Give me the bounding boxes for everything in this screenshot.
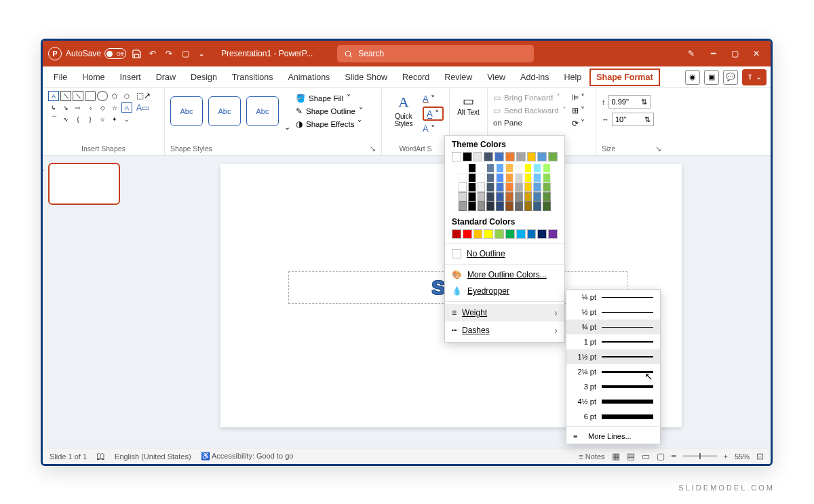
color-swatch[interactable]	[459, 201, 467, 211]
color-swatch[interactable]	[495, 152, 504, 161]
color-swatch[interactable]	[468, 182, 476, 192]
color-swatch[interactable]	[478, 201, 486, 211]
slide-counter[interactable]: Slide 1 of 1	[50, 452, 87, 461]
tab-addins[interactable]: Add-ins	[513, 69, 556, 86]
color-swatch[interactable]	[452, 152, 461, 161]
tab-transitions[interactable]: Transitions	[225, 69, 280, 86]
weight-option[interactable]: 1½ pt	[566, 349, 660, 364]
color-swatch[interactable]	[548, 152, 558, 161]
save-icon[interactable]	[130, 47, 142, 60]
shape-fill-button[interactable]: 🪣Shape Fill ˅	[296, 93, 363, 104]
shape-style-1[interactable]: Abc	[170, 96, 203, 126]
slide-thumbnail-1[interactable]: 1	[48, 163, 120, 205]
color-swatch[interactable]	[527, 229, 537, 239]
color-swatch[interactable]	[496, 163, 504, 173]
weight-option[interactable]: ¼ pt	[566, 290, 660, 305]
sorter-view-icon[interactable]: ▤	[627, 451, 635, 461]
color-swatch[interactable]	[533, 201, 541, 211]
weight-option[interactable]: 3 pt	[566, 379, 660, 394]
tab-file[interactable]: File	[47, 69, 74, 86]
selection-pane-button[interactable]: on Pane	[493, 118, 566, 128]
accessibility-button[interactable]: ♿ Accessibility: Good to go	[201, 452, 294, 461]
tab-slideshow[interactable]: Slide Show	[338, 69, 394, 86]
notes-button[interactable]: ≡ Notes	[579, 452, 604, 461]
color-swatch[interactable]	[505, 201, 513, 211]
color-swatch[interactable]	[515, 182, 523, 192]
color-swatch[interactable]	[524, 173, 532, 182]
color-swatch[interactable]	[543, 192, 551, 201]
toggle-switch[interactable]: Off	[104, 48, 126, 59]
weight-option[interactable]: 2¼ pt	[566, 364, 660, 379]
color-swatch[interactable]	[452, 229, 461, 239]
pen-icon[interactable]: ✎	[682, 45, 700, 62]
zoom-out-button[interactable]: ━	[672, 452, 676, 461]
color-swatch[interactable]	[496, 201, 504, 211]
color-swatch[interactable]	[478, 173, 486, 182]
bring-forward-button[interactable]: ▭Bring Forward ˅	[493, 92, 566, 103]
shape-style-2[interactable]: Abc	[208, 96, 241, 126]
no-outline-item[interactable]: No Outline	[445, 246, 564, 262]
weight-option[interactable]: 1 pt	[566, 334, 660, 349]
color-swatch[interactable]	[478, 192, 486, 201]
overflow-icon[interactable]: ⌄	[195, 47, 208, 60]
dialog-launcher-icon[interactable]: ↘	[370, 144, 376, 153]
color-swatch[interactable]	[473, 152, 483, 161]
tab-animations[interactable]: Animations	[282, 69, 337, 86]
zoom-in-button[interactable]: +	[724, 452, 728, 461]
present-icon[interactable]: ▢	[179, 47, 191, 60]
more-outline-colors-item[interactable]: 🎨More Outline Colors...	[445, 267, 564, 283]
language-button[interactable]: English (United States)	[115, 452, 191, 461]
color-swatch[interactable]	[496, 192, 504, 201]
quick-styles-button[interactable]: Quick Styles	[387, 113, 420, 128]
send-backward-button[interactable]: ▭Send Backward ˅	[493, 105, 566, 116]
color-swatch[interactable]	[533, 163, 541, 173]
shape-outline-button[interactable]: ✎Shape Outline ˅	[296, 106, 363, 117]
zoom-level[interactable]: 55%	[735, 452, 750, 461]
shapes-gallery[interactable]: A＼＼⬠⬡ ↳↘⇨⬨◇☆A ⌒∿{}☆✦⌄	[48, 91, 132, 124]
more-lines-item[interactable]: ≡More Lines...	[566, 429, 660, 444]
color-swatch[interactable]	[459, 182, 467, 192]
color-swatch[interactable]	[468, 173, 476, 182]
color-swatch[interactable]	[496, 182, 504, 192]
edit-shape-icon[interactable]: ⬚↗	[136, 91, 151, 100]
color-swatch[interactable]	[478, 163, 486, 173]
record-icon[interactable]: ◉	[685, 70, 700, 85]
color-swatch[interactable]	[463, 152, 472, 161]
color-swatch[interactable]	[505, 152, 515, 161]
tab-draw[interactable]: Draw	[149, 69, 182, 86]
normal-view-icon[interactable]: ▦	[612, 451, 620, 461]
tab-design[interactable]: Design	[184, 69, 224, 86]
eyedropper-item[interactable]: 💧Eyedropper	[445, 283, 564, 299]
color-swatch[interactable]	[478, 182, 486, 192]
color-swatch[interactable]	[543, 201, 551, 211]
weight-option[interactable]: ½ pt	[566, 305, 660, 319]
color-swatch[interactable]	[537, 229, 547, 239]
share-button[interactable]: ⇧ ⌄	[742, 69, 767, 85]
tab-insert[interactable]: Insert	[113, 69, 148, 86]
comments-icon[interactable]: 💬	[723, 70, 738, 85]
alt-text-icon[interactable]: ▭	[463, 94, 474, 109]
color-swatch[interactable]	[468, 163, 476, 173]
height-input[interactable]: 0.99"⇅	[608, 95, 651, 109]
weight-item[interactable]: ≡Weight	[445, 304, 564, 322]
text-effects-button[interactable]: A ˅	[423, 123, 444, 134]
group-button[interactable]: ⊞ ˅	[572, 105, 585, 116]
color-swatch[interactable]	[515, 163, 523, 173]
color-swatch[interactable]	[468, 192, 476, 201]
text-outline-button[interactable]: A̲ ˅	[423, 106, 444, 121]
size-dialog-launcher-icon[interactable]: ↘	[655, 144, 661, 153]
dashes-item[interactable]: ┅Dashes	[445, 322, 564, 339]
redo-icon[interactable]: ↷	[163, 47, 175, 60]
color-swatch[interactable]	[543, 163, 551, 173]
rotate-button[interactable]: ⟳ ˅	[572, 118, 585, 129]
color-swatch[interactable]	[515, 201, 523, 211]
color-swatch[interactable]	[533, 192, 541, 201]
color-swatch[interactable]	[527, 152, 537, 161]
color-swatch[interactable]	[484, 229, 493, 239]
color-swatch[interactable]	[486, 192, 495, 201]
color-swatch[interactable]	[516, 229, 526, 239]
color-swatch[interactable]	[543, 182, 551, 192]
text-fill-button[interactable]: A ˅	[423, 94, 444, 104]
color-swatch[interactable]	[524, 163, 532, 173]
tab-shape-format[interactable]: Shape Format	[589, 69, 659, 86]
